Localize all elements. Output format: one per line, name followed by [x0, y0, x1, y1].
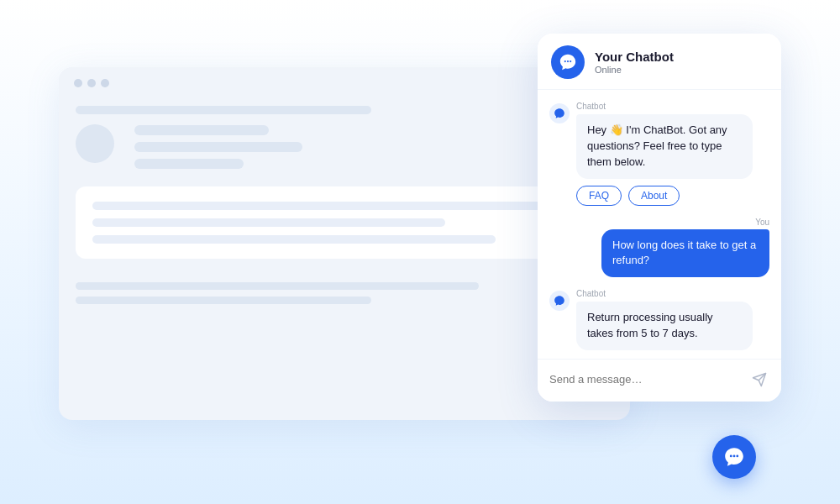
message-bubble-1: Hey 👋 I'm ChatBot. Got any questions? Fe… [576, 114, 753, 179]
chatbot-name: Your Chatbot [595, 50, 674, 64]
chat-window: Your Chatbot Online Chatbot Hey 👋 I'm Ch… [538, 34, 781, 402]
scene: Your Chatbot Online Chatbot Hey 👋 I'm Ch… [59, 34, 781, 470]
message-inner-1: Chatbot Hey 👋 I'm ChatBot. Got any quest… [549, 102, 769, 179]
browser-line-3 [134, 159, 244, 169]
svg-point-1 [567, 60, 569, 62]
bot-message-icon-2 [554, 295, 565, 307]
user-label: You [755, 218, 769, 227]
browser-row-1 [76, 124, 613, 170]
svg-point-2 [570, 60, 571, 62]
chat-input[interactable] [549, 373, 741, 386]
message-row-user: You How long does it take to get a refun… [549, 218, 769, 278]
browser-avatar [76, 124, 114, 163]
browser-bottom-bar-2 [76, 297, 371, 304]
message-content-1: Chatbot Hey 👋 I'm ChatBot. Got any quest… [576, 102, 753, 179]
browser-card-bar-3 [92, 235, 496, 244]
quick-reply-about[interactable]: About [628, 186, 680, 206]
message-bubble-2: Return processing usually takes from 5 t… [576, 302, 753, 350]
message-row-2: Chatbot Return processing usually takes … [549, 289, 769, 350]
browser-line-1 [134, 125, 269, 135]
browser-card [76, 186, 613, 259]
browser-card-bar-1 [92, 202, 546, 210]
chat-input-area [538, 359, 781, 402]
chat-messages: Chatbot Hey 👋 I'm ChatBot. Got any quest… [538, 90, 781, 359]
browser-bottom-bar-1 [76, 282, 479, 290]
message-inner-2: Chatbot Return processing usually takes … [549, 289, 769, 350]
svg-point-0 [564, 60, 566, 62]
browser-bottom-bars [76, 282, 613, 304]
chat-header: Your Chatbot Online [538, 34, 781, 90]
browser-bar-1 [76, 106, 371, 114]
browser-dot-3 [101, 79, 109, 87]
message-label-2: Chatbot [576, 289, 753, 298]
browser-line-2 [134, 142, 302, 152]
chatbot-status: Online [595, 65, 674, 75]
floating-chat-icon [723, 446, 745, 468]
floating-chat-button[interactable] [712, 435, 756, 479]
bot-icon-2 [549, 291, 570, 311]
bot-message-icon-1 [554, 108, 565, 119]
chat-send-button[interactable] [748, 368, 771, 391]
svg-point-5 [736, 455, 738, 458]
bot-icon-1 [549, 103, 570, 123]
svg-point-4 [733, 455, 736, 458]
browser-dot-2 [87, 79, 96, 87]
message-content-2: Chatbot Return processing usually takes … [576, 289, 753, 350]
svg-point-3 [730, 455, 732, 458]
browser-lines [134, 125, 302, 169]
message-label-1: Chatbot [576, 102, 753, 111]
user-bubble: How long does it take to get a refund? [601, 229, 769, 278]
chat-header-info: Your Chatbot Online [595, 50, 674, 75]
message-row-1: Chatbot Hey 👋 I'm ChatBot. Got any quest… [549, 102, 769, 206]
chatbot-header-icon [559, 53, 577, 71]
browser-card-bar-2 [92, 218, 445, 227]
quick-replies: FAQ About [576, 186, 769, 206]
browser-dot-1 [74, 79, 82, 87]
chatbot-avatar [551, 45, 585, 79]
send-icon [752, 372, 767, 387]
quick-reply-faq[interactable]: FAQ [576, 186, 622, 206]
